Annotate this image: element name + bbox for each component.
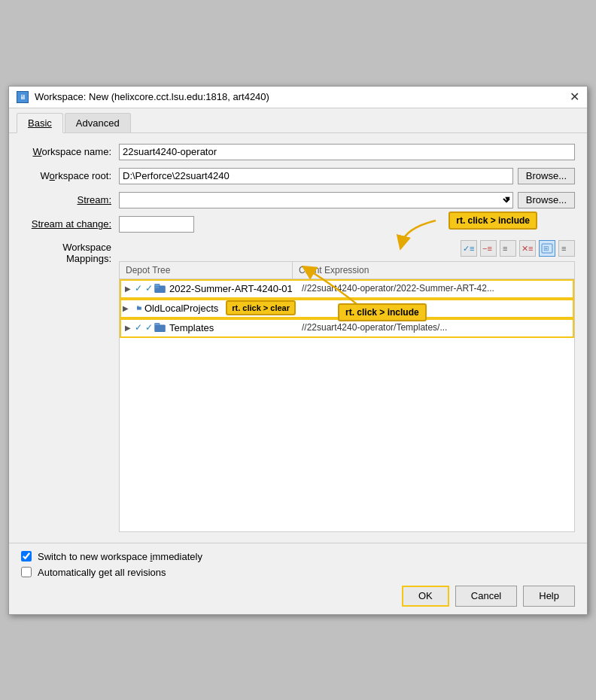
window-title: Workspace: New (helixcore.cct.lsu.edu:18…	[35, 91, 269, 102]
svg-rect-11	[137, 307, 141, 310]
folder-icon-0	[154, 284, 166, 293]
svg-text:≡: ≡	[561, 244, 566, 253]
tree-panel: Depot Tree Client Expression ▶ ✓ ✓	[119, 261, 575, 532]
remove-all-button[interactable]: ✕≡	[519, 240, 536, 257]
tab-basic[interactable]: Basic	[17, 113, 63, 133]
workspace-root-browse-button[interactable]: Browse...	[518, 168, 575, 184]
auto-get-revisions-row: Automatically get all revisions	[21, 567, 575, 578]
stream-at-change-label: Stream at change:	[21, 218, 119, 230]
tree-expand-2[interactable]: ▶	[123, 322, 133, 333]
auto-get-revisions-checkbox[interactable]	[21, 567, 32, 577]
workspace-name-input[interactable]	[119, 144, 575, 160]
mappings-main-row: Workspace Mappings: rt. click > include	[21, 240, 575, 532]
list-view-button[interactable]: ≡	[558, 240, 575, 257]
tree-row-2-label: Templates	[169, 322, 214, 333]
ok-button[interactable]: OK	[402, 586, 449, 607]
stream-select-wrap: ▼	[119, 192, 513, 208]
folder-icon-1	[137, 303, 141, 312]
title-bar-left: 🖥 Workspace: New (helixcore.cct.lsu.edu:…	[17, 91, 269, 103]
workspace-root-row: Workspace root: Browse...	[21, 168, 575, 184]
close-button[interactable]: ✕	[570, 91, 579, 103]
bottom-annotation-container: rt. click > include	[300, 261, 421, 321]
workspace-root-input[interactable]	[119, 168, 513, 184]
svg-text:−≡: −≡	[482, 244, 492, 253]
folder-icon-2	[154, 323, 166, 332]
top-annotation: rt. click > include	[449, 212, 537, 230]
depot-tree-header: Depot Tree	[120, 262, 293, 278]
stream-input-group: ▼ Browse...	[119, 192, 575, 208]
switch-workspace-row: Switch to new workspace immediately	[21, 551, 575, 562]
button-row: OK Cancel Help	[21, 586, 575, 607]
svg-rect-13	[155, 325, 166, 332]
tree-expand-0[interactable]: ▶	[123, 283, 133, 294]
switch-workspace-label: Switch to new workspace immediately	[38, 551, 202, 562]
exclude-all-button[interactable]: −≡	[480, 240, 497, 257]
svg-text:⊞: ⊞	[543, 245, 549, 252]
clear-all-icon: ≡	[501, 242, 515, 254]
include-all-button[interactable]: ✓≡	[461, 240, 477, 257]
tree-row-1-label: OldLocalProjects	[144, 303, 218, 314]
title-bar: 🖥 Workspace: New (helixcore.cct.lsu.edu:…	[9, 87, 587, 108]
top-bubble-label: rt. click > include	[449, 212, 537, 230]
switch-workspace-checkbox[interactable]	[21, 551, 32, 562]
main-content: Workspace name: Workspace root: Browse..…	[9, 133, 587, 543]
tab-advanced[interactable]: Advanced	[65, 113, 131, 132]
tree-row-1-left: ▶ OldLocalProjects rt. click > clear	[123, 300, 296, 315]
clear-all-button[interactable]: ≡	[500, 240, 516, 257]
include-all-icon: ✓≡	[462, 242, 476, 254]
stream-row: Stream: ▼ Browse...	[21, 192, 575, 208]
workspace-name-label: Workspace name:	[21, 146, 119, 157]
tree-expand-1[interactable]: ▶	[123, 303, 129, 313]
svg-rect-14	[155, 323, 160, 326]
mappings-toolbar: ✓≡ −≡ ≡	[119, 240, 575, 257]
tree-row-0-label: 2022-Summer-ART-4240-01	[169, 283, 293, 294]
mappings-area: rt. click > include	[119, 240, 575, 532]
window-icon: 🖥	[17, 91, 29, 103]
workspace-mappings-section: Workspace Mappings: rt. click > include	[21, 240, 575, 532]
mappings-label: Workspace Mappings:	[21, 240, 119, 264]
tree-view-button[interactable]: ⊞	[539, 240, 555, 257]
tree-row-0-left: ▶ ✓ ✓ 2022-Summer-ART-4240-01	[123, 283, 296, 294]
stream-browse-button[interactable]: Browse...	[518, 192, 575, 208]
workspace-name-row: Workspace name:	[21, 144, 575, 160]
check-icon-0a: ✓	[135, 283, 142, 294]
stream-label: Stream:	[21, 194, 119, 205]
old-local-projects-inline-label: rt. click > clear	[226, 300, 296, 315]
bottom-arrow-svg: rt. click > include	[300, 261, 421, 318]
remove-all-icon: ✕≡	[521, 242, 534, 254]
cancel-button[interactable]: Cancel	[455, 586, 517, 607]
auto-get-revisions-label: Automatically get all revisions	[38, 567, 166, 578]
list-view-icon: ≡	[560, 242, 573, 254]
footer: Switch to new workspace immediately Auto…	[9, 543, 587, 614]
svg-rect-12	[137, 306, 139, 307]
workspace-root-label: Workspace root:	[21, 170, 119, 181]
stream-select[interactable]	[119, 192, 513, 208]
stream-at-change-input[interactable]	[119, 216, 194, 233]
check-icon-0b: ✓	[145, 283, 153, 294]
main-window: 🖥 Workspace: New (helixcore.cct.lsu.edu:…	[8, 86, 588, 615]
svg-text:≡: ≡	[503, 244, 507, 253]
workspace-root-input-group: Browse...	[119, 168, 575, 184]
help-button[interactable]: Help	[523, 586, 575, 607]
mappings-top-area: rt. click > include	[119, 240, 575, 257]
svg-text:✕≡: ✕≡	[522, 244, 533, 253]
check-icon-2b: ✓	[145, 322, 153, 333]
svg-rect-10	[155, 284, 160, 287]
tab-bar: Basic Advanced	[9, 108, 587, 133]
tree-view-icon: ⊞	[540, 242, 554, 254]
exclude-all-icon: −≡	[482, 242, 495, 254]
bottom-bubble-label: rt. click > include	[338, 303, 427, 321]
svg-text:✓≡: ✓≡	[463, 244, 474, 253]
check-icon-2a: ✓	[135, 322, 142, 333]
tree-row-2-left: ▶ ✓ ✓ Templates	[123, 322, 296, 333]
